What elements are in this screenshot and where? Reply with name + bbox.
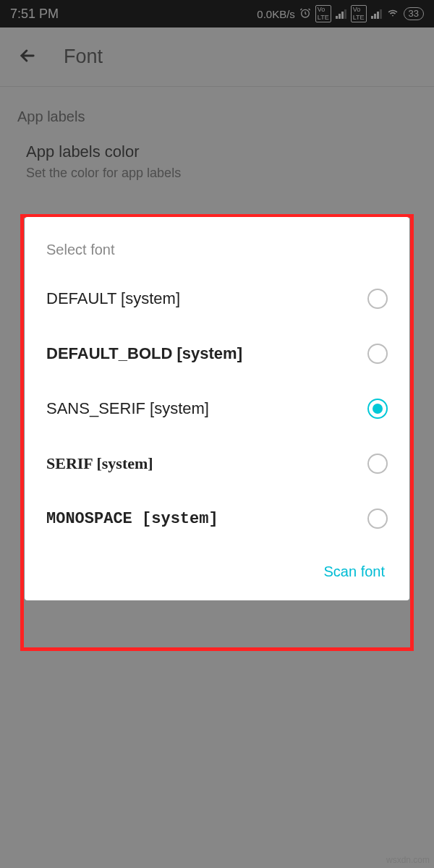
font-option-label: SANS_SERIF [system] xyxy=(46,399,209,418)
font-option-serif[interactable]: SERIF [system] xyxy=(25,436,409,491)
dialog-actions: Scan font xyxy=(25,546,409,587)
font-option-label: MONOSPACE [system] xyxy=(46,510,218,528)
font-option-label: SERIF [system] xyxy=(46,454,153,473)
font-option-sans-serif[interactable]: SANS_SERIF [system] xyxy=(25,381,409,436)
font-option-label: DEFAULT [system] xyxy=(46,289,180,308)
select-font-dialog: Select font DEFAULT [system] DEFAULT_BOL… xyxy=(25,217,409,600)
font-option-monospace[interactable]: MONOSPACE [system] xyxy=(25,491,409,546)
font-option-default-bold[interactable]: DEFAULT_BOLD [system] xyxy=(25,326,409,381)
radio-icon xyxy=(367,454,388,474)
radio-icon xyxy=(367,289,388,309)
radio-icon xyxy=(367,509,388,529)
radio-icon xyxy=(367,344,388,364)
font-option-label: DEFAULT_BOLD [system] xyxy=(46,344,242,363)
dialog-title: Select font xyxy=(25,237,409,271)
font-option-default[interactable]: DEFAULT [system] xyxy=(25,271,409,326)
scan-font-button[interactable]: Scan font xyxy=(323,563,385,580)
radio-icon-selected xyxy=(367,399,388,419)
